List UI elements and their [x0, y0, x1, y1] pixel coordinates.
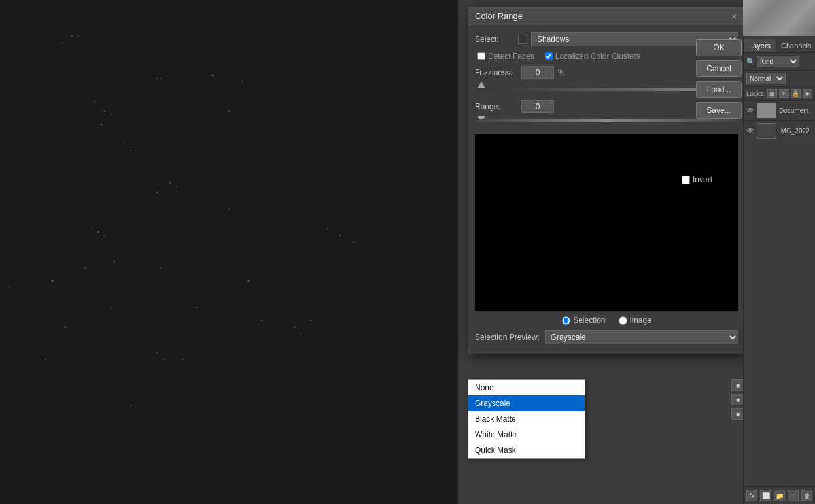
close-icon[interactable]: × — [729, 12, 738, 21]
sel-preview-label: Selection Preview: — [475, 333, 540, 342]
new-layer-btn[interactable]: + — [788, 490, 799, 501]
fuzziness-input[interactable] — [521, 66, 554, 79]
svg-point-27 — [130, 405, 131, 406]
layers-panel: Layers Channels 🔍 Kind Normal Locks: ▩ ✛… — [744, 37, 815, 141]
image-label: Image — [630, 316, 651, 325]
svg-point-39 — [130, 150, 131, 151]
ok-button[interactable]: OK — [696, 39, 742, 56]
lock-art-btn[interactable]: ◈ — [803, 89, 812, 98]
fuzziness-slider-thumb[interactable] — [477, 82, 485, 88]
dropdown-option-white-matte[interactable]: White Matte — [468, 427, 585, 443]
svg-point-5 — [212, 75, 214, 76]
selection-radio[interactable] — [562, 316, 570, 325]
locks-label: Locks: — [746, 90, 765, 97]
sel-preview-row: Selection Preview: Grayscale None Black … — [475, 330, 738, 344]
svg-point-19 — [114, 261, 115, 262]
preview-area — [475, 134, 738, 311]
svg-point-29 — [9, 287, 10, 288]
channels-tab[interactable]: Channels — [776, 39, 815, 52]
sel-preview-dropdown[interactable]: Grayscale None Black Matte White Matte Q… — [545, 330, 738, 344]
small-icon-1[interactable]: ■ — [731, 379, 744, 391]
detect-faces-label: Detect Faces — [488, 52, 534, 61]
add-mask-btn[interactable]: ⬜ — [760, 490, 771, 501]
svg-point-40 — [326, 228, 328, 229]
svg-point-14 — [176, 186, 177, 187]
select-color-swatch — [518, 35, 527, 44]
svg-point-26 — [182, 359, 184, 360]
svg-point-13 — [169, 182, 171, 184]
small-icon-2[interactable]: ■ — [731, 394, 744, 405]
svg-point-36 — [111, 307, 112, 308]
blend-mode-select[interactable]: Normal — [746, 73, 786, 84]
localized-clusters-label: Localized Color Clusters — [555, 52, 640, 61]
localized-clusters-checkbox[interactable] — [545, 52, 553, 60]
layer-item-1[interactable]: 👁 Document — [744, 101, 815, 121]
svg-point-37 — [84, 267, 86, 269]
layer-name-1: Document — [779, 107, 809, 114]
svg-point-1 — [71, 35, 73, 37]
svg-point-20 — [160, 267, 161, 269]
dropdown-option-grayscale[interactable]: Grayscale — [468, 395, 585, 411]
kind-select[interactable]: Kind — [757, 56, 799, 67]
svg-point-4 — [156, 78, 158, 79]
add-style-btn[interactable]: fx — [746, 490, 757, 501]
svg-point-41 — [339, 235, 341, 236]
layers-tab[interactable]: Layers — [744, 39, 776, 52]
delete-layer-btn[interactable]: 🗑 — [801, 490, 812, 501]
search-icon: 🔍 — [746, 58, 755, 66]
svg-point-6 — [241, 81, 243, 82]
svg-point-18 — [104, 235, 105, 236]
svg-point-2 — [78, 35, 79, 37]
eye-icon-1[interactable]: 👁 — [746, 106, 754, 115]
lock-pixels-btn[interactable]: ▩ — [767, 89, 777, 98]
small-icon-3[interactable]: ■ — [731, 408, 744, 420]
svg-rect-0 — [0, 0, 458, 504]
layers-bottom-icons: fx ⬜ 📁 + 🗑 — [744, 486, 815, 504]
detect-faces-checkbox[interactable] — [477, 52, 485, 60]
dropdown-option-quick-mask[interactable]: Quick Mask — [468, 443, 585, 458]
svg-point-24 — [156, 352, 158, 354]
dialog-title-bar: Color Range × — [468, 7, 745, 25]
lock-position-btn[interactable]: ✛ — [779, 89, 789, 98]
invert-checkbox[interactable] — [682, 176, 690, 184]
top-thumbnail — [743, 0, 815, 36]
invert-row: Invert — [682, 175, 712, 184]
svg-point-42 — [353, 241, 354, 243]
svg-point-8 — [104, 110, 105, 112]
lock-all-btn[interactable]: 🔒 — [791, 89, 801, 98]
radio-row: Selection Image — [475, 316, 738, 325]
svg-point-7 — [94, 101, 95, 102]
load-button[interactable]: Load... — [696, 81, 742, 98]
svg-point-16 — [91, 228, 92, 229]
eye-icon-2[interactable]: 👁 — [746, 126, 754, 135]
new-group-btn[interactable]: 📁 — [774, 490, 785, 501]
svg-point-28 — [45, 359, 46, 360]
save-button[interactable]: Save... — [696, 102, 742, 119]
svg-point-11 — [228, 110, 230, 112]
range-label: Range: — [475, 102, 517, 111]
dropdown-option-black-matte[interactable]: Black Matte — [468, 411, 585, 427]
preview-image — [475, 134, 738, 311]
localized-clusters-item: Localized Color Clusters — [545, 52, 640, 61]
range-slider-track — [476, 119, 737, 122]
selection-radio-item: Selection — [562, 316, 605, 325]
canvas-area — [0, 0, 458, 504]
svg-point-3 — [61, 42, 63, 43]
buttons-panel: OK Cancel Load... Save... — [696, 39, 742, 119]
svg-point-32 — [300, 333, 302, 334]
svg-point-35 — [196, 307, 197, 308]
selection-preview-dropdown-overlay[interactable]: None Grayscale Black Matte White Matte Q… — [468, 379, 585, 459]
layer-item-2[interactable]: 👁 IMG_2022 — [744, 121, 815, 141]
image-radio[interactable] — [619, 316, 627, 325]
canvas-dots — [0, 0, 458, 504]
svg-rect-43 — [475, 134, 738, 311]
svg-point-17 — [97, 231, 99, 233]
invert-label: Invert — [693, 175, 712, 184]
cancel-button[interactable]: Cancel — [696, 60, 742, 77]
range-input[interactable] — [521, 100, 554, 113]
dropdown-option-none[interactable]: None — [468, 380, 585, 395]
layers-search: 🔍 Kind — [744, 53, 815, 71]
fuzziness-label: Fuzziness: — [475, 68, 517, 77]
detect-faces-item: Detect Faces — [477, 52, 534, 61]
svg-point-22 — [228, 209, 230, 210]
